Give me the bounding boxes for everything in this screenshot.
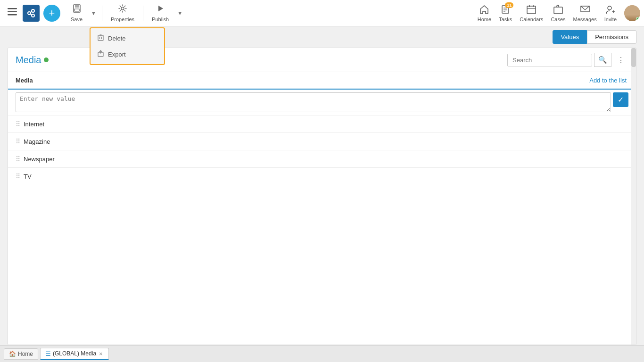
home-tab-icon: 🏠 <box>9 351 16 357</box>
svg-point-4 <box>32 9 34 12</box>
checkmark-icon: ✓ <box>618 96 624 104</box>
invite-icon <box>605 4 616 15</box>
save-dropdown-button[interactable]: ▼ <box>89 8 98 18</box>
publish-button[interactable]: Publish <box>147 2 173 24</box>
dropdown-export-label: Export <box>108 51 126 58</box>
toolbar-left: + Save ▼ Properties <box>4 2 184 24</box>
svg-rect-9 <box>75 5 79 8</box>
svg-rect-21 <box>554 7 562 14</box>
bottom-tab-bar: 🏠 Home ☰ (GLOBAL) Media × <box>0 345 644 362</box>
svg-point-11 <box>121 7 124 10</box>
list-item[interactable]: ⠿ Magazine <box>8 133 636 150</box>
list-area: Media Add to the list ✓ ⠿ Internet ⠿ Mag… <box>8 72 636 185</box>
home-icon <box>479 4 489 15</box>
panel-title: Media <box>16 55 49 66</box>
nav-invite[interactable]: Invite <box>604 4 617 22</box>
list-item[interactable]: ⠿ Newspaper <box>8 150 636 168</box>
cases-icon <box>553 4 563 15</box>
search-input[interactable] <box>507 54 592 66</box>
gear-icon <box>118 4 127 16</box>
main-toolbar: + Save ▼ Properties <box>0 0 644 26</box>
nav-calendars-label: Calendars <box>520 16 543 22</box>
tasks-badge: 11 <box>505 2 513 8</box>
calendars-icon <box>526 4 537 15</box>
publish-dropdown-button[interactable]: ▼ <box>175 8 184 18</box>
scrollbar-thumb[interactable] <box>631 48 636 67</box>
messages-icon <box>580 4 590 15</box>
add-to-list-button[interactable]: Add to the list <box>587 76 628 85</box>
more-options-button[interactable]: ⋮ <box>613 53 628 67</box>
list-column-header: Media <box>16 77 33 84</box>
svg-marker-12 <box>158 6 163 11</box>
publish-label: Publish <box>152 16 169 22</box>
save-label: Save <box>71 16 83 22</box>
delete-icon <box>97 34 104 42</box>
calendars-icon-wrap <box>526 4 537 16</box>
svg-line-7 <box>31 14 32 15</box>
dropdown-delete-item[interactable]: Delete <box>91 30 164 46</box>
panel-search-area: 🔍 ⋮ <box>507 53 628 67</box>
global-media-tab[interactable]: ☰ (GLOBAL) Media × <box>40 348 109 360</box>
user-status-dot <box>636 17 640 21</box>
properties-button[interactable]: Properties <box>106 2 139 24</box>
values-tab-button[interactable]: Values <box>553 30 587 44</box>
publish-icon <box>156 4 165 16</box>
list-item-label: Newspaper <box>24 156 55 163</box>
nav-cases-label: Cases <box>551 16 565 22</box>
svg-line-6 <box>31 11 32 13</box>
list-item-label: TV <box>24 173 32 180</box>
invite-icon-wrap <box>605 4 616 16</box>
new-value-row: ✓ <box>8 90 636 115</box>
app-logo[interactable] <box>23 5 40 22</box>
hamburger-button[interactable] <box>4 4 21 22</box>
divider-2 <box>143 6 143 21</box>
action-dropdown-menu: Delete Export <box>90 27 165 65</box>
user-avatar[interactable] <box>624 5 640 21</box>
search-button[interactable]: 🔍 <box>594 53 611 67</box>
status-dot <box>44 58 49 62</box>
home-tab-label: Home <box>18 351 33 357</box>
panel-title-text: Media <box>16 55 41 66</box>
home-tab[interactable]: 🏠 Home <box>4 348 38 360</box>
nav-invite-label: Invite <box>604 16 617 22</box>
save-button[interactable]: Save <box>66 2 87 24</box>
media-tab-icon: ☰ <box>45 350 51 357</box>
properties-label: Properties <box>111 16 134 22</box>
messages-icon-wrap <box>580 4 590 16</box>
tasks-icon-wrap: 11 <box>500 4 511 16</box>
dropdown-export-item[interactable]: Export <box>91 46 164 62</box>
nav-calendars[interactable]: Calendars <box>520 4 543 22</box>
permissions-tab-button[interactable]: Permissions <box>587 30 636 44</box>
drag-handle-icon: ⠿ <box>16 173 20 180</box>
nav-cases[interactable]: Cases <box>551 4 565 22</box>
media-tab-label: (GLOBAL) Media <box>53 350 96 357</box>
svg-rect-0 <box>8 8 17 9</box>
drag-handle-icon: ⠿ <box>16 120 20 128</box>
new-value-input[interactable] <box>16 92 611 112</box>
svg-rect-10 <box>74 9 79 11</box>
drag-handle-icon: ⠿ <box>16 155 20 163</box>
list-item[interactable]: ⠿ TV <box>8 168 636 185</box>
list-item-label: Magazine <box>24 138 50 145</box>
media-tab-close-button[interactable]: × <box>98 350 104 357</box>
nav-messages[interactable]: Messages <box>573 4 597 22</box>
media-panel: Media 🔍 ⋮ Media Add to the list <box>8 48 636 345</box>
dropdown-delete-label: Delete <box>108 35 126 42</box>
nav-tasks[interactable]: 11 Tasks <box>499 4 512 22</box>
confirm-add-button[interactable]: ✓ <box>613 92 628 107</box>
drag-handle-icon: ⠿ <box>16 138 20 145</box>
scrollbar-track[interactable] <box>631 48 636 345</box>
list-header: Media Add to the list <box>8 72 636 90</box>
add-button[interactable]: + <box>43 5 60 22</box>
svg-rect-17 <box>527 6 536 14</box>
nav-home[interactable]: Home <box>478 4 491 22</box>
cases-icon-wrap <box>553 4 563 16</box>
svg-rect-1 <box>8 11 17 13</box>
export-icon <box>97 50 104 58</box>
nav-home-label: Home <box>478 16 491 22</box>
svg-point-22 <box>608 6 611 10</box>
svg-rect-2 <box>8 14 17 16</box>
list-item[interactable]: ⠿ Internet <box>8 115 636 133</box>
svg-rect-25 <box>98 36 103 41</box>
search-icon: 🔍 <box>598 56 607 64</box>
